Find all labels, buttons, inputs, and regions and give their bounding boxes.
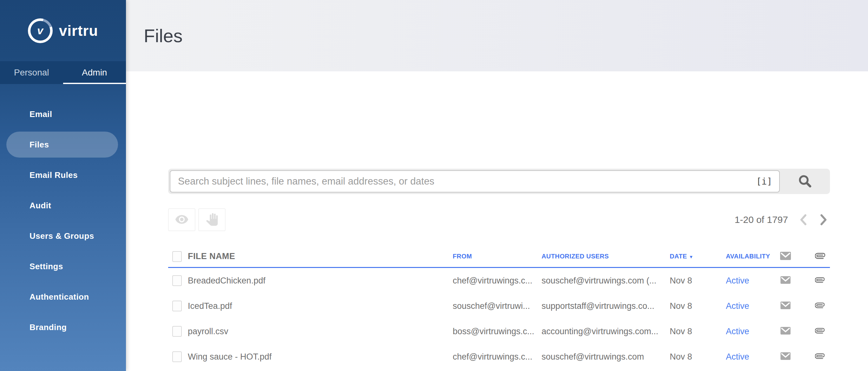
sidebar-item-authentication[interactable]: Authentication [0, 281, 126, 312]
date: Nov 8 [670, 352, 726, 362]
virtru-logo-icon: v [28, 19, 53, 43]
file-name: BreadedChicken.pdf [184, 276, 453, 286]
paperclip-icon [798, 301, 825, 311]
sort-desc-icon: ▼ [689, 254, 693, 259]
main-area: Files [i] [126, 0, 868, 371]
search-input-wrap: [i] [170, 170, 780, 193]
chevron-left-icon[interactable] [797, 213, 810, 226]
sidebar-item-users-groups[interactable]: Users & Groups [0, 221, 126, 251]
virtru-wordmark: virtru [59, 22, 98, 39]
date: Nov 8 [670, 327, 726, 336]
paperclip-icon [798, 351, 825, 362]
paperclip-icon [798, 275, 825, 286]
envelope-icon [780, 352, 791, 362]
availability-link[interactable]: Active [726, 276, 749, 285]
paperclip-icon [798, 326, 825, 337]
from-address: souschef@virtruwi... [453, 301, 541, 311]
authorized-users: souschef@virtruwings.com (... [541, 276, 670, 286]
file-name: Wing sauce - HOT.pdf [184, 352, 453, 362]
virtru-logo: v virtru [0, 0, 126, 61]
column-attachment[interactable] [798, 251, 830, 262]
sidebar-item-files[interactable]: Files [0, 129, 126, 160]
availability-link[interactable]: Active [726, 352, 749, 362]
row-checkbox[interactable] [172, 351, 182, 362]
chevron-right-icon[interactable] [816, 213, 830, 226]
table-row[interactable]: Wing sauce - HOT.pdf chef@virtruwings.c.… [168, 344, 830, 369]
column-date[interactable]: DATE▼ [670, 253, 726, 260]
column-mail[interactable] [773, 251, 798, 262]
availability-link[interactable]: Active [726, 301, 749, 311]
tools-row: 1-20 of 1797 [168, 208, 830, 231]
paperclip-icon [798, 251, 825, 262]
action-buttons [168, 208, 225, 231]
page-header: Files [126, 0, 868, 71]
column-file-name[interactable]: FILE NAME [184, 251, 453, 261]
search-button[interactable] [780, 169, 830, 194]
envelope-icon [780, 276, 791, 285]
row-checkbox[interactable] [172, 275, 182, 286]
page-title: Files [144, 25, 182, 46]
sidebar-item-email-rules[interactable]: Email Rules [0, 160, 126, 190]
pagination: 1-20 of 1797 [735, 213, 830, 226]
table-header-row: FILE NAME FROM AUTHORIZED USERS DATE▼ AV… [168, 246, 830, 268]
page-range: 1-20 of 1797 [735, 214, 788, 225]
from-address: boss@virtruwings.c... [453, 327, 541, 336]
column-authorized-users[interactable]: AUTHORIZED USERS [541, 253, 670, 260]
search-bar: [i] [168, 169, 830, 194]
eye-icon [175, 212, 189, 227]
sidebar-item-branding[interactable]: Branding [0, 312, 126, 342]
row-checkbox[interactable] [172, 326, 182, 337]
sidebar-menu: Email Files Email Rules Audit Users & Gr… [0, 99, 126, 342]
revoke-button[interactable] [198, 208, 225, 231]
envelope-icon [780, 327, 791, 336]
from-address: chef@virtruwings.c... [453, 352, 541, 362]
select-all-checkbox[interactable] [172, 251, 182, 262]
row-checkbox[interactable] [172, 301, 182, 311]
authorized-users: accounting@virtruwings.com... [541, 327, 670, 336]
tab-admin[interactable]: Admin [63, 61, 126, 84]
authorized-users: supportstaff@virtruwings.co... [541, 301, 670, 311]
envelope-icon [780, 251, 791, 262]
date: Nov 8 [670, 276, 726, 286]
from-address: chef@virtruwings.c... [453, 276, 541, 286]
authorized-users: souschef@virtruwings.com [541, 352, 670, 362]
sidebar-item-email[interactable]: Email [0, 99, 126, 129]
content: [i] [126, 169, 868, 369]
date: Nov 8 [670, 301, 726, 311]
sidebar-item-audit[interactable]: Audit [0, 190, 126, 221]
search-input[interactable] [178, 176, 756, 187]
column-from[interactable]: FROM [453, 253, 541, 260]
files-table: FILE NAME FROM AUTHORIZED USERS DATE▼ AV… [168, 246, 830, 369]
sidebar: v virtru Personal Admin Email Files Emai… [0, 0, 126, 371]
view-button[interactable] [168, 208, 195, 231]
virtru-monogram: v [30, 21, 50, 41]
table-row[interactable]: payroll.csv boss@virtruwings.c... accoun… [168, 319, 830, 344]
hand-icon [206, 213, 218, 227]
table-row[interactable]: BreadedChicken.pdf chef@virtruwings.c...… [168, 268, 830, 293]
file-name: IcedTea.pdf [184, 301, 453, 311]
search-icon [798, 174, 812, 189]
workspace-tabs: Personal Admin [0, 61, 126, 84]
search-shortcut-hint: [i] [756, 176, 772, 187]
tab-personal[interactable]: Personal [0, 61, 63, 84]
envelope-icon [780, 301, 791, 311]
table-row[interactable]: IcedTea.pdf souschef@virtruwi... support… [168, 293, 830, 319]
sidebar-item-settings[interactable]: Settings [0, 251, 126, 281]
file-name: payroll.csv [184, 327, 453, 336]
column-availability[interactable]: AVAILABILITY [726, 253, 773, 260]
availability-link[interactable]: Active [726, 327, 749, 336]
